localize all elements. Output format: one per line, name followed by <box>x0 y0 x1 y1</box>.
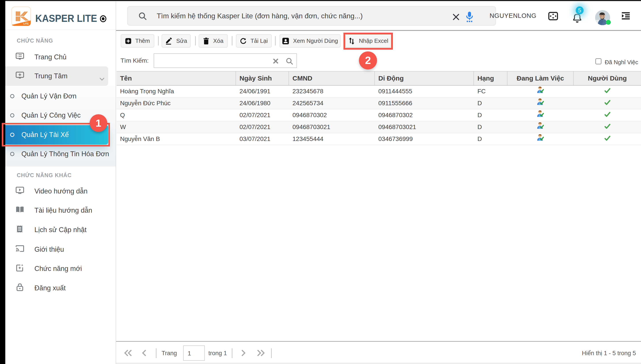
svg-text:LITE: LITE <box>24 22 29 25</box>
